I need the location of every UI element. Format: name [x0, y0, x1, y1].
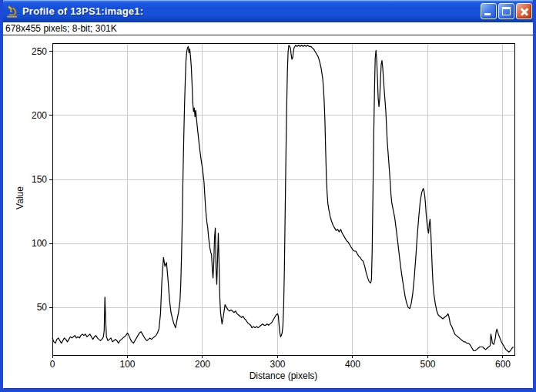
window-controls [481, 3, 532, 19]
y-tick-label: 150 [32, 174, 47, 185]
info-bar: 678x455 pixels; 8-bit; 301K [3, 22, 533, 35]
x-tick-label: 300 [270, 359, 285, 370]
close-button[interactable] [516, 3, 532, 19]
maximize-button[interactable] [498, 3, 514, 19]
x-tick-label: 200 [195, 359, 210, 370]
plot-canvas[interactable]: 010020030040050060050100150200250Distanc… [3, 35, 533, 388]
maximize-icon [502, 7, 511, 15]
window-title: Profile of 13PS1:image1: [22, 5, 481, 17]
y-tick-label: 200 [32, 110, 47, 121]
x-tick-label: 600 [495, 359, 511, 370]
minimize-icon [484, 13, 491, 15]
x-tick-label: 0 [50, 359, 55, 370]
y-tick-label: 250 [32, 46, 47, 57]
y-tick-label: 100 [32, 238, 47, 249]
profile-line [52, 45, 514, 353]
image-info-text: 678x455 pixels; 8-bit; 301K [5, 23, 117, 34]
minimize-button[interactable] [481, 3, 497, 19]
x-tick-label: 500 [420, 359, 435, 370]
imagej-plot-window: Profile of 13PS1:image1: 678x455 pixels;… [0, 0, 536, 392]
profile-plot[interactable]: 010020030040050060050100150200250Distanc… [3, 35, 533, 388]
x-axis-label: Distance (pixels) [250, 370, 318, 381]
x-tick-label: 400 [345, 359, 360, 370]
x-tick-label: 100 [119, 359, 135, 370]
title-bar[interactable]: Profile of 13PS1:image1: [0, 0, 536, 22]
y-tick-label: 50 [37, 302, 48, 313]
imagej-microscope-icon [5, 5, 19, 18]
y-axis-label: Value [15, 186, 25, 209]
